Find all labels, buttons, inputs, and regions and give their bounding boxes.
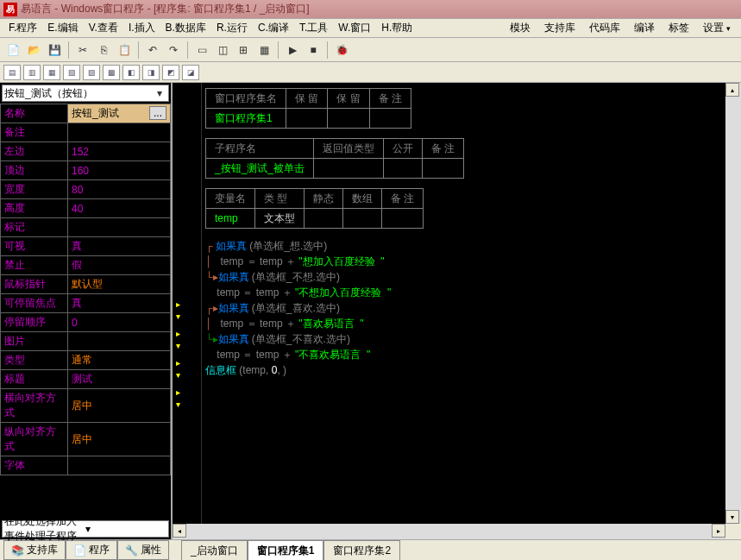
prop-value[interactable]: 160 (68, 161, 171, 180)
align7-icon[interactable]: ◧ (122, 65, 140, 80)
save-icon[interactable]: 💾 (45, 41, 64, 60)
debug-icon[interactable]: 🐞 (332, 41, 351, 60)
prop-value[interactable]: 通常 (68, 351, 171, 370)
menu-compile[interactable]: C.编译 (253, 21, 294, 35)
ellipsis-button[interactable]: ... (149, 106, 166, 120)
rmenu-settings[interactable]: 设置 (696, 21, 738, 35)
prop-key: 备注 (1, 123, 68, 142)
copy-icon[interactable]: ⎘ (94, 41, 113, 60)
prop-value[interactable] (68, 218, 171, 237)
scroll-corner (725, 524, 741, 539)
doctab-assembly1[interactable]: 窗口程序集1 (248, 540, 324, 560)
menu-window[interactable]: W.窗口 (333, 21, 376, 35)
prop-key: 纵向对齐方式 (1, 423, 68, 456)
menu-view[interactable]: V.查看 (84, 21, 123, 35)
vertical-scrollbar[interactable]: ▴ ▾ (725, 83, 741, 524)
prop-value[interactable]: 测试 (68, 370, 171, 389)
menu-tool[interactable]: T.工具 (294, 21, 333, 35)
event-selector-text: 在此处选择加入事件处理子程序 (4, 514, 85, 544)
prop-key: 停留顺序 (1, 313, 68, 332)
event-selector[interactable]: 在此处选择加入事件处理子程序 ▾ (2, 520, 169, 538)
scroll-down-icon[interactable]: ▾ (725, 510, 739, 524)
layout4-icon[interactable]: ▦ (254, 41, 273, 60)
prop-key: 左边 (1, 142, 68, 161)
property-grid[interactable]: 名称按钮_测试...备注左边152顶边160宽度80高度40标记可视真禁止假鼠标… (0, 104, 171, 519)
prop-value[interactable]: 真 (68, 294, 171, 313)
new-icon[interactable]: 📄 (3, 41, 22, 60)
object-selector-input[interactable] (4, 87, 153, 99)
align2-icon[interactable]: ▥ (23, 65, 41, 80)
prop-value[interactable] (68, 332, 171, 351)
align4-icon[interactable]: ▧ (63, 65, 80, 80)
table-variables: 变量名类 型静态数组备 注 temp文本型 (205, 188, 424, 229)
chevron-down-icon[interactable]: ▾ (85, 523, 166, 535)
menu-run[interactable]: R.运行 (211, 21, 253, 35)
redo-icon[interactable]: ↷ (164, 41, 183, 60)
prop-key: 可视 (1, 237, 68, 256)
prop-key: 图片 (1, 332, 68, 351)
prop-value[interactable]: 80 (68, 180, 171, 199)
prop-key: 标记 (1, 218, 68, 237)
tab-property[interactable]: 🔧属性 (117, 540, 169, 560)
layout1-icon[interactable]: ▭ (192, 41, 211, 60)
rmenu-codelib[interactable]: 代码库 (582, 21, 627, 35)
chevron-down-icon[interactable]: ▾ (153, 87, 166, 99)
prop-value[interactable]: 居中 (68, 423, 171, 456)
prop-key: 鼠标指针 (1, 275, 68, 294)
prop-value[interactable]: 居中 (68, 389, 171, 423)
layout2-icon[interactable]: ◫ (213, 41, 232, 60)
doctab-start-window[interactable]: _启动窗口 (181, 540, 248, 560)
align9-icon[interactable]: ◩ (162, 65, 179, 80)
scroll-up-icon[interactable]: ▴ (725, 83, 739, 97)
align3-icon[interactable]: ▦ (43, 65, 60, 80)
scroll-left-icon[interactable]: ◂ (173, 524, 186, 538)
rmenu-compile[interactable]: 编译 (627, 21, 662, 35)
rmenu-label[interactable]: 标签 (662, 21, 696, 35)
table-assembly: 窗口程序集名保 留保 留备 注 窗口程序集1 (205, 88, 411, 129)
rmenu-module[interactable]: 模块 (503, 21, 537, 35)
prop-value[interactable]: 按钮_测试... (68, 104, 171, 123)
code-gutter: ▸▾ ▸▾ ▸▾ ▸▾ (173, 83, 202, 539)
object-selector[interactable]: ▾ (2, 85, 169, 102)
menu-file[interactable]: F.程序 (3, 21, 42, 35)
doctab-assembly2[interactable]: 窗口程序集2 (323, 540, 400, 560)
paste-icon[interactable]: 📋 (115, 41, 134, 60)
prop-key: 禁止 (1, 256, 68, 275)
menu-database[interactable]: B.数据库 (160, 21, 211, 35)
prop-value[interactable]: 默认型 (68, 275, 171, 294)
prop-key: 名称 (1, 104, 68, 123)
prop-value[interactable]: 真 (68, 237, 171, 256)
prop-key: 高度 (1, 199, 68, 218)
run-icon[interactable]: ▶ (283, 41, 302, 60)
prop-key: 标题 (1, 370, 68, 389)
scroll-right-icon[interactable]: ▸ (712, 524, 725, 538)
prop-value[interactable]: 40 (68, 199, 171, 218)
open-icon[interactable]: 📂 (24, 41, 43, 60)
prop-value[interactable]: 152 (68, 142, 171, 161)
align5-icon[interactable]: ▨ (83, 65, 100, 80)
app-icon: 易 (3, 3, 17, 16)
layout3-icon[interactable]: ⊞ (234, 41, 253, 60)
cut-icon[interactable]: ✂ (73, 41, 92, 60)
align10-icon[interactable]: ◪ (182, 65, 199, 80)
stop-icon[interactable]: ■ (304, 41, 323, 60)
prop-value[interactable] (68, 456, 171, 475)
prop-value[interactable]: 假 (68, 256, 171, 275)
prop-key: 可停留焦点 (1, 294, 68, 313)
table-subroutine: 子程序名返回值类型公开备 注 _按钮_测试_被单击 (205, 138, 464, 179)
horizontal-scrollbar[interactable]: ◂ ▸ (173, 524, 725, 539)
window-title: 易语言 - Windows窗口程序 - [程序集: 窗口程序集1 / _启动窗口… (21, 2, 310, 16)
undo-icon[interactable]: ↶ (143, 41, 162, 60)
menu-edit[interactable]: E.编辑 (42, 21, 83, 35)
prop-value[interactable] (68, 123, 171, 142)
prop-value[interactable]: 0 (68, 313, 171, 332)
align6-icon[interactable]: ▩ (103, 65, 120, 80)
rmenu-support[interactable]: 支持库 (537, 21, 582, 35)
align1-icon[interactable]: ▤ (3, 65, 21, 80)
prop-key: 字体 (1, 456, 68, 475)
align8-icon[interactable]: ◨ (142, 65, 160, 80)
menu-help[interactable]: H.帮助 (376, 21, 418, 35)
prop-key: 类型 (1, 351, 68, 370)
code-editor[interactable]: 窗口程序集名保 留保 留备 注 窗口程序集1 子程序名返回值类型公开备 注 _按… (205, 88, 725, 524)
menu-insert[interactable]: I.插入 (123, 21, 160, 35)
